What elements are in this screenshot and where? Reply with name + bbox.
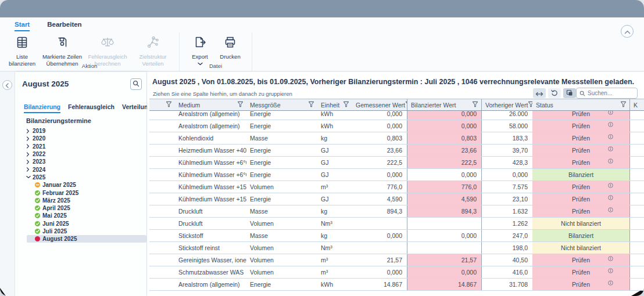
column-header-gemessener-wert[interactable]: Gemessener Wert <box>352 99 407 110</box>
sidebar-search-button[interactable] <box>130 78 142 90</box>
filter-icon[interactable] <box>472 101 478 109</box>
cell-indicator <box>149 279 175 290</box>
status-badge: Bilanziert <box>568 232 593 239</box>
cell-messgroesse: Volumen <box>246 242 317 254</box>
info-icon[interactable] <box>608 182 613 189</box>
cell-vorheriger-wert: 183,3 <box>482 132 532 144</box>
info-icon[interactable] <box>608 158 613 165</box>
tree-month-februar-2025[interactable]: Februar 2025 <box>15 189 146 196</box>
status-badge: Prüfen <box>572 196 590 203</box>
table-row[interactable]: Arealstrom (allgemein)EnergiekWh14.86714… <box>149 279 644 291</box>
cell-k <box>629 230 644 241</box>
tree-month-januar-2025[interactable]: Januar 2025 <box>15 181 146 189</box>
cell-vorheriger-wert: 40,50 <box>482 254 532 266</box>
table-row[interactable]: Kühlmedium Wasser +6°CEnergieGJ0,0000,00… <box>149 169 644 181</box>
cell-medium: Stickstoff reinst <box>175 242 246 254</box>
column-header-messgroesse[interactable]: Messgröße <box>246 99 317 110</box>
table-row[interactable]: Kühlmedium Wasser +6°CEnergieGJ222,5222,… <box>149 157 644 169</box>
cell-status: Prüfen <box>532 205 629 217</box>
export-button[interactable]: Export <box>185 34 214 66</box>
table-row[interactable]: Arealstrom (allgemein)EnergiekWh0,0000,0… <box>149 120 644 132</box>
chevron-right-icon[interactable] <box>26 129 33 133</box>
column-label: Einheit <box>321 102 339 109</box>
chevron-down-icon[interactable] <box>26 175 33 179</box>
chevron-right-icon[interactable] <box>26 160 33 164</box>
window-titlebar[interactable] <box>0 0 644 17</box>
table-row[interactable]: KohlendioxidMassekg0,8030,803183,3Prüfen <box>149 132 644 145</box>
markierte-zeilen-uebernehmen-button[interactable]: Markierte Zeilen Übernehmen <box>40 34 85 67</box>
column-header-bilanzierter-wert[interactable]: Bilanzierter Wert <box>407 99 482 110</box>
column-header-k[interactable]: K <box>629 99 644 110</box>
table-row[interactable]: Stickstoff reinstVolumenNm³198,0Nicht bi… <box>149 242 644 254</box>
column-header-medium[interactable]: Medium <box>175 99 246 110</box>
table-row[interactable]: Gereinigtes Wasser, ionena...Volumenm³21… <box>149 254 644 266</box>
table-row[interactable]: StickstoffMassekg0,0000,000247,0Bilanzie… <box>149 230 644 242</box>
cell-einheit: Nm³ <box>317 242 352 254</box>
ribbon-tab-start[interactable]: Start <box>15 21 30 31</box>
info-icon[interactable] <box>608 268 613 275</box>
table-row[interactable]: DruckluftMassekg894,3894,31.632Prüfen <box>149 205 644 218</box>
table-row[interactable]: Kühlmedium Wasser +15°CVolumenm³776,0776… <box>149 181 644 193</box>
fehlerausgleich-berechnen-button[interactable]: Fehlerausgleich berechnen <box>85 34 130 67</box>
table-search-input[interactable] <box>588 90 634 96</box>
tree-month-märz-2025[interactable]: März 2025 <box>15 197 146 204</box>
copy-icon <box>566 88 573 99</box>
info-icon[interactable] <box>608 194 613 201</box>
tree-year-2020[interactable]: 2020 <box>15 135 146 142</box>
cell-gemessener-wert: 0,000 <box>352 120 407 132</box>
collapse-sidebar-button[interactable] <box>2 80 12 90</box>
cell-status: Prüfen <box>532 193 629 205</box>
undo-button[interactable] <box>548 88 561 98</box>
tree-month-juni-2025[interactable]: Juni 2025 <box>15 220 146 228</box>
tree-year-2021[interactable]: 2021 <box>15 143 146 150</box>
table-row[interactable]: Heizmedium Wasser +40°CEnergieGJ23,6623,… <box>149 145 644 157</box>
tab-bilanzierung[interactable]: Bilanzierung <box>24 103 60 113</box>
tree-year-2023[interactable]: 2023 <box>15 158 146 165</box>
tree-year-2019[interactable]: 2019 <box>15 127 146 135</box>
tree-month-august-2025[interactable]: August 2025 <box>27 235 146 243</box>
drucken-button[interactable]: Drucken <box>214 34 246 60</box>
info-icon[interactable] <box>608 255 613 262</box>
filter-icon[interactable] <box>166 101 172 109</box>
info-icon[interactable] <box>608 146 613 153</box>
tree-month-label: Februar 2025 <box>42 190 78 196</box>
tree-year-2024[interactable]: 2024 <box>15 165 146 173</box>
tree-month-april-2025[interactable]: April 2025 <box>15 204 146 212</box>
table-row[interactable]: Schmutzabwasser WASVolumenm³0,0000,00041… <box>149 266 644 279</box>
tree-month-juli-2025[interactable]: Juli 2025 <box>15 228 146 235</box>
table-row[interactable]: DruckluftVolumenNm³1.262Nicht bilanziert <box>149 218 644 230</box>
tab-fehlerausgleich[interactable]: Fehlerausgleich <box>68 103 115 113</box>
column-header-vorheriger-wert[interactable]: Vorheriger Wert <box>482 99 532 110</box>
filter-icon[interactable] <box>528 101 532 109</box>
cell-vorheriger-wert: 23,10 <box>482 193 532 205</box>
column-header-indicator[interactable] <box>149 99 175 110</box>
fit-columns-button[interactable] <box>533 88 546 98</box>
cell-vorheriger-wert: 39,70 <box>482 145 532 156</box>
chevron-right-icon[interactable] <box>26 144 33 149</box>
tree-month-mai-2025[interactable]: Mai 2025 <box>15 212 146 219</box>
filter-icon[interactable] <box>308 101 314 109</box>
cell-status: Bilanziert <box>532 169 629 181</box>
copy-button[interactable] <box>563 88 576 98</box>
filter-icon[interactable] <box>343 101 349 109</box>
month-status-ok-icon <box>35 190 40 196</box>
column-header-status[interactable]: Status <box>532 99 629 110</box>
table-row[interactable]: Kühlmedium Wasser +15°CEnergieGJ4,5904,5… <box>149 193 644 205</box>
filter-icon[interactable] <box>620 101 627 109</box>
ribbon-tab-bearbeiten[interactable]: Bearbeiten <box>47 21 81 31</box>
zielstruktur-verteilen-button[interactable]: Zielstruktur Verteilen <box>130 34 176 67</box>
ribbon-collapse-button[interactable] <box>621 25 634 38</box>
cell-k <box>629 218 644 229</box>
liste-bilanzieren-button[interactable]: Liste bilanzieren <box>5 34 40 67</box>
chevron-right-icon[interactable] <box>26 152 33 157</box>
info-icon[interactable] <box>608 133 613 140</box>
info-icon[interactable] <box>608 280 613 287</box>
column-header-einheit[interactable]: Einheit <box>317 99 352 110</box>
tree-year-2025[interactable]: 2025 <box>15 174 146 181</box>
chevron-right-icon[interactable] <box>26 167 33 172</box>
info-icon[interactable] <box>608 121 613 128</box>
filter-icon[interactable] <box>237 101 244 109</box>
info-icon[interactable] <box>608 207 613 214</box>
chevron-right-icon[interactable] <box>26 136 33 141</box>
tree-year-2022[interactable]: 2022 <box>15 150 146 158</box>
